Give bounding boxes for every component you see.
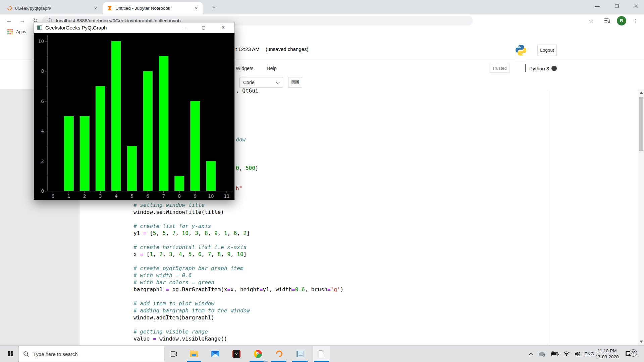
task-view-button[interactable]	[166, 346, 182, 362]
tab-0geek-pyqtgraph[interactable]: 0Geek/pyqtgraph/ ✕	[3, 2, 102, 14]
pyqtgraph-window[interactable]: GeeksforGeeks PyQtGraph – ▢ ✕ 0246810012…	[34, 22, 235, 200]
code-line[interactable]: 0, 500)	[236, 165, 258, 172]
code-line[interactable]: dow	[236, 136, 246, 143]
task-view-icon	[171, 351, 177, 357]
kernel-divider	[525, 64, 526, 72]
forward-icon[interactable]: →	[17, 16, 28, 26]
logout-button[interactable]: Logout	[537, 45, 557, 56]
tab-label: 0Geek/pyqtgraph/	[15, 6, 93, 11]
code-line[interactable]: y1 = [5, 5, 7, 10, 3, 8, 9, 1, 6, 2]	[133, 230, 343, 237]
svg-text:1: 1	[67, 193, 70, 199]
code-line[interactable]: # create list for y-axis	[133, 223, 343, 230]
scrollbar-thumb[interactable]	[639, 97, 643, 151]
notification-count-badge[interactable]: 20	[630, 349, 637, 357]
onedrive-cloud-icon	[538, 351, 546, 357]
wifi-icon	[563, 351, 570, 356]
code-line[interactable]: value = window.visibleRange()	[133, 335, 343, 342]
bookmark-star-icon[interactable]: ☆	[586, 16, 596, 26]
tab-jupyter-notebook[interactable]: Untitled - Jupyter Notebook ✕	[103, 2, 203, 14]
page-scrollbar[interactable]	[638, 89, 644, 345]
predator-app-button[interactable]	[229, 346, 244, 362]
code-line[interactable]	[133, 258, 343, 265]
unsaved-changes-label: (unsaved changes)	[266, 46, 309, 52]
svg-text:3: 3	[99, 193, 102, 199]
code-line[interactable]: window.addItem(bargraph1)	[133, 314, 343, 321]
code-line[interactable]: h"	[236, 185, 242, 192]
trusted-button[interactable]: Trusted	[489, 64, 510, 73]
chrome-icon	[254, 350, 262, 358]
bar	[80, 116, 89, 191]
code-line[interactable]: # create horizontal list i.e x-axis	[133, 244, 343, 251]
qt-minimize-button[interactable]: –	[175, 22, 193, 33]
code-line[interactable]: # getting visible range	[133, 328, 343, 335]
code-line[interactable]	[133, 237, 343, 244]
scroll-up-icon[interactable]	[640, 92, 643, 94]
chrome-button[interactable]	[250, 346, 266, 362]
code-line[interactable]	[133, 293, 343, 300]
svg-text:8: 8	[178, 193, 181, 199]
code-line[interactable]: bargraph1 = pg.BarGraphItem(x=x, height=…	[133, 286, 343, 293]
code-editor[interactable]: # setting window titlewindow.setWindowTi…	[133, 201, 343, 342]
window-minimize-button[interactable]: —	[590, 0, 605, 12]
code-line[interactable]: # with bar colors = green	[133, 279, 343, 286]
back-icon[interactable]: ←	[4, 16, 14, 26]
code-line[interactable]	[133, 321, 343, 328]
code-line[interactable]	[133, 216, 343, 223]
browser-menu-icon[interactable]: ⋮	[631, 16, 641, 26]
svg-text:4: 4	[115, 193, 118, 199]
new-tab-button[interactable]: +	[210, 3, 218, 11]
apps-grid-icon[interactable]	[7, 29, 13, 35]
chevron-down-icon	[276, 80, 279, 84]
bar	[111, 41, 121, 191]
svg-text:8: 8	[41, 68, 44, 74]
bar	[64, 116, 73, 191]
profile-avatar[interactable]: R	[617, 16, 626, 25]
code-line[interactable]: window.setWindowTitle(title)	[133, 208, 343, 216]
qt-close-button[interactable]: ✕	[214, 22, 232, 33]
code-line[interactable]: , QtGui	[236, 87, 258, 94]
tab-close-icon[interactable]: ✕	[193, 5, 199, 11]
code-line[interactable]: x = [1, 2, 3, 4, 5, 6, 7, 8, 9, 10]	[133, 251, 343, 258]
window-close-button[interactable]: ✕	[629, 0, 644, 12]
svg-text:10: 10	[38, 39, 44, 44]
start-button[interactable]	[5, 346, 16, 362]
pyqtgraph-app-button[interactable]	[271, 346, 287, 362]
menu-widgets[interactable]: Widgets	[236, 66, 253, 71]
notepad-button[interactable]	[292, 346, 308, 362]
python-doc-button[interactable]	[314, 346, 329, 362]
cell-type-value: Code	[243, 80, 254, 85]
bar	[175, 176, 184, 191]
file-explorer-button[interactable]	[186, 346, 202, 362]
menu-help[interactable]: Help	[267, 66, 277, 71]
taskbar-search-input[interactable]: Type here to search	[18, 346, 164, 362]
spinner-icon	[6, 5, 12, 11]
wifi-tray-button[interactable]	[561, 346, 572, 362]
onedrive-tray-button[interactable]	[536, 346, 548, 362]
tab-close-icon[interactable]: ✕	[93, 5, 99, 11]
qt-title-bar[interactable]: GeeksforGeeks PyQtGraph – ▢ ✕	[34, 22, 234, 33]
svg-text:0: 0	[41, 188, 44, 194]
bar	[159, 56, 168, 191]
code-line[interactable]: # create pyqt5graph bar graph item	[133, 265, 343, 272]
battery-tray-button[interactable]	[549, 346, 561, 362]
code-line[interactable]: # setting window title	[133, 201, 343, 208]
svg-text:6: 6	[41, 99, 44, 104]
scroll-down-icon[interactable]	[640, 341, 643, 343]
apps-bookmark-label[interactable]: Apps	[16, 29, 26, 34]
code-line[interactable]: # add item to plot window	[133, 300, 343, 307]
mail-button[interactable]	[208, 346, 223, 362]
command-palette-button[interactable]: ⌨	[288, 77, 302, 88]
code-line[interactable]: # adding bargraph item to the window	[133, 307, 343, 314]
media-playlist-icon[interactable]	[602, 16, 612, 26]
bar-chart-plot[interactable]: 024681001234567891011	[34, 33, 234, 200]
bar	[96, 86, 105, 191]
qt-maximize-button[interactable]: ▢	[195, 22, 212, 33]
taskbar-clock[interactable]: 11:10 PM 17-09-2020	[592, 348, 623, 360]
cell-type-select[interactable]: Code	[239, 77, 283, 88]
window-restore-button[interactable]: ❐	[609, 0, 625, 12]
code-line[interactable]: # with width = 0.6	[133, 272, 343, 279]
volume-tray-button[interactable]	[572, 346, 584, 362]
tray-chevron-button[interactable]	[525, 346, 536, 362]
windows-logo-icon	[8, 351, 13, 356]
svg-text:5: 5	[130, 193, 133, 199]
